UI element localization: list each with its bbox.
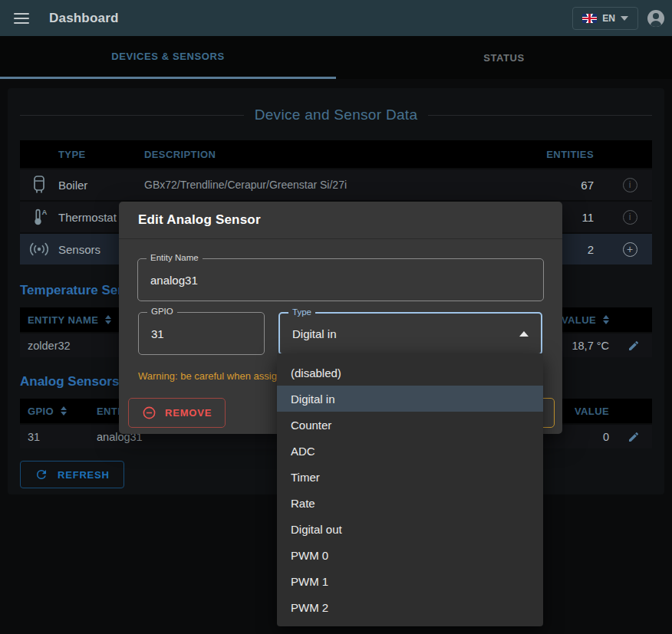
thermostat-icon: A [20,207,58,227]
dropdown-option-pwm1[interactable]: PWM 1 [277,568,543,594]
dashboard-app: Dashboard EN DEVICES & SENSORS STATUS De… [0,0,672,634]
svg-text:A: A [42,208,48,216]
remove-circle-icon [142,406,156,420]
col-description: DESCRIPTION [144,149,516,160]
dropdown-option-pwm0[interactable]: PWM 0 [277,542,543,568]
gpio-field[interactable]: GPIO 31 [138,312,265,355]
modal-title: Edit Analog Sensor [138,212,261,228]
tab-bar: DEVICES & SENSORS STATUS [0,36,672,79]
dropdown-option-rate[interactable]: Rate [277,490,543,516]
refresh-button[interactable]: REFRESH [20,461,124,488]
sort-icon [61,406,67,416]
entity-name-field[interactable]: Entity Name analog31 [137,258,544,301]
entity-name-label: Entity Name [147,253,203,262]
edit-icon[interactable] [615,431,652,443]
gpio-value: 31 [151,327,164,340]
col-type: TYPE [58,149,144,160]
dropdown-option-disabled[interactable]: (disabled) [277,360,543,386]
sort-icon [603,315,609,324]
device-table-header: TYPE DESCRIPTION ENTITIES [20,140,652,168]
tab-status[interactable]: STATUS [336,36,672,79]
row-entities-count: 67 [516,179,608,192]
edit-icon[interactable] [615,340,652,352]
table-row-boiler[interactable]: Boiler GBx72/Trendline/Cerapur/Greenstar… [20,168,652,200]
modal-header: Edit Analog Sensor [119,202,562,239]
top-app-bar: Dashboard EN [0,0,672,36]
language-label: EN [602,13,615,24]
tab-devices-sensors[interactable]: DEVICES & SENSORS [0,36,336,79]
uk-flag-icon [582,14,597,23]
dropdown-option-counter[interactable]: Counter [277,412,543,438]
dropdown-option-pwm2[interactable]: PWM 2 [277,594,543,620]
info-icon[interactable]: i [623,178,637,192]
info-icon[interactable]: i [623,210,637,225]
section-heading-device-sensor-data: Device and Sensor Data [20,100,652,130]
dropdown-option-digital-in[interactable]: Digital in [277,386,543,412]
col-entities: ENTITIES [516,149,608,160]
boiler-icon [20,175,58,195]
chevron-up-icon [519,331,529,337]
remove-label: REMOVE [165,407,212,419]
row-gpio: 31 [28,431,97,443]
remove-button[interactable]: REMOVE [128,398,226,428]
row-type-label: Boiler [58,179,144,192]
sort-icon [105,315,111,324]
dropdown-option-timer[interactable]: Timer [277,464,543,490]
type-value: Digital in [292,327,337,340]
col-gpio[interactable]: GPIO [28,406,97,417]
user-avatar[interactable] [647,10,664,27]
menu-icon[interactable] [14,13,29,24]
topbar-right: EN [572,7,664,30]
type-dropdown-menu: (disabled) Digital in Counter ADC Timer … [277,353,543,626]
dropdown-option-digital-out[interactable]: Digital out [277,516,543,542]
entity-name-value: analog31 [150,274,198,287]
refresh-label: REFRESH [58,469,110,481]
page-title: Dashboard [49,11,119,26]
refresh-icon [35,468,48,481]
warning-message: Warning: be careful when assig [138,370,277,382]
dropdown-option-adc[interactable]: ADC [277,438,543,464]
sensors-icon [20,241,58,257]
language-selector[interactable]: EN [572,7,638,30]
chevron-down-icon [621,16,628,21]
type-select[interactable]: Type Digital in [278,312,542,355]
gpio-label: GPIO [147,307,177,316]
add-icon[interactable]: + [623,242,637,257]
type-label: Type [288,307,315,317]
row-description: GBx72/Trendline/Cerapur/Greenstar Si/27i [144,179,516,191]
